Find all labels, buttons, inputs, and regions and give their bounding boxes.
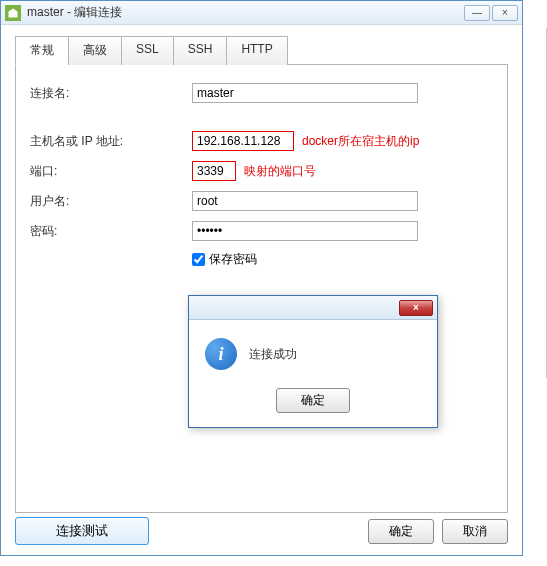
tab-ssh[interactable]: SSH bbox=[173, 36, 228, 65]
bottom-bar: 连接测试 确定 取消 bbox=[15, 517, 508, 545]
tab-advanced[interactable]: 高级 bbox=[68, 36, 122, 65]
edit-connection-window: master - 编辑连接 — × 常规 高级 SSL SSH HTTP 连接名… bbox=[0, 0, 523, 556]
host-highlight bbox=[192, 131, 294, 151]
ok-button[interactable]: 确定 bbox=[368, 519, 434, 544]
test-connection-button[interactable]: 连接测试 bbox=[15, 517, 149, 545]
connection-name-input[interactable] bbox=[192, 83, 418, 103]
port-label: 端口: bbox=[30, 163, 192, 180]
minimize-button[interactable]: — bbox=[464, 5, 490, 21]
host-label: 主机名或 IP 地址: bbox=[30, 133, 192, 150]
cancel-button[interactable]: 取消 bbox=[442, 519, 508, 544]
username-label: 用户名: bbox=[30, 193, 192, 210]
port-highlight bbox=[192, 161, 236, 181]
info-icon: i bbox=[205, 338, 237, 370]
password-input[interactable] bbox=[192, 221, 418, 241]
close-button[interactable]: × bbox=[492, 5, 518, 21]
dialog-ok-button[interactable]: 确定 bbox=[276, 388, 350, 413]
connection-name-label: 连接名: bbox=[30, 85, 192, 102]
dialog-close-button[interactable]: × bbox=[399, 300, 433, 316]
app-icon bbox=[5, 5, 21, 21]
tab-strip: 常规 高级 SSL SSH HTTP bbox=[15, 35, 508, 65]
window-title: master - 编辑连接 bbox=[27, 4, 464, 21]
host-input[interactable] bbox=[193, 132, 293, 150]
tab-general[interactable]: 常规 bbox=[15, 36, 69, 65]
tab-panel-general: 连接名: 主机名或 IP 地址: docker所在宿主机的ip 端口: 映射的端… bbox=[15, 65, 508, 513]
success-dialog: × i 连接成功 确定 bbox=[188, 295, 438, 428]
dialog-message: 连接成功 bbox=[249, 346, 297, 363]
titlebar[interactable]: master - 编辑连接 — × bbox=[1, 1, 522, 25]
port-annotation: 映射的端口号 bbox=[244, 163, 316, 180]
host-annotation: docker所在宿主机的ip bbox=[302, 133, 419, 150]
port-input[interactable] bbox=[193, 162, 235, 180]
tab-ssl[interactable]: SSL bbox=[121, 36, 174, 65]
password-label: 密码: bbox=[30, 223, 192, 240]
tab-http[interactable]: HTTP bbox=[226, 36, 287, 65]
save-password-label: 保存密码 bbox=[209, 251, 257, 268]
dialog-titlebar[interactable]: × bbox=[189, 296, 437, 320]
save-password-checkbox[interactable] bbox=[192, 253, 205, 266]
close-icon: × bbox=[413, 302, 419, 313]
username-input[interactable] bbox=[192, 191, 418, 211]
